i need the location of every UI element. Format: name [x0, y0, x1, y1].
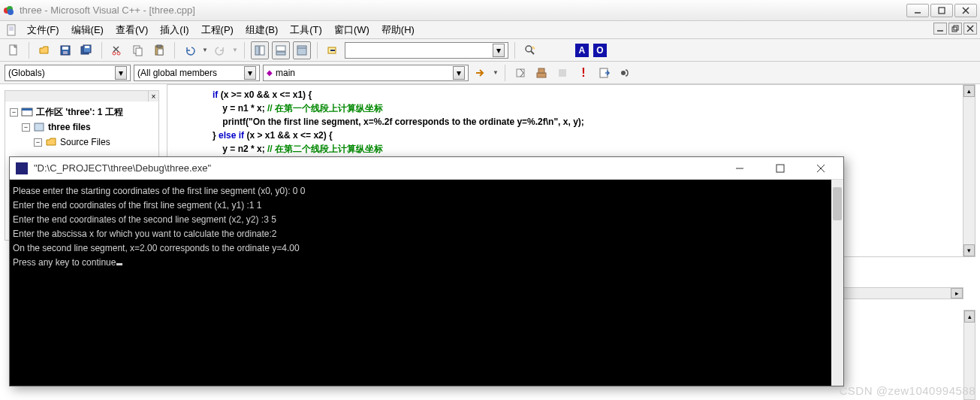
- separator: [101, 42, 102, 59]
- code-content[interactable]: if (x >= x0 && x <= x1) { y = n1 * x; //…: [167, 85, 975, 159]
- maximize-button[interactable]: [930, 4, 953, 17]
- execute-button[interactable]: !: [574, 64, 593, 82]
- mdi-minimize-button[interactable]: [933, 23, 947, 35]
- console-title: "D:\C_PROJECT\three\Debug\three.exe": [34, 162, 723, 174]
- menu-project[interactable]: 工程(P): [195, 22, 240, 38]
- function-combo[interactable]: ◆ main ▾: [263, 65, 469, 81]
- workspace-button[interactable]: [251, 41, 269, 59]
- scroll-down-icon[interactable]: ▾: [963, 244, 975, 256]
- menu-tools[interactable]: 工具(T): [284, 22, 328, 38]
- chevron-down-icon[interactable]: ▾: [493, 44, 505, 57]
- separator: [317, 42, 318, 59]
- search-combo[interactable]: ▾: [345, 42, 508, 59]
- separator: [505, 65, 505, 81]
- svg-rect-30: [157, 45, 161, 47]
- stop-build-button[interactable]: [553, 64, 571, 82]
- separator: [244, 42, 245, 59]
- globals-combo[interactable]: (Globals) ▾: [5, 65, 131, 81]
- toolbar-standard: ▼ ▼ ▾ A O: [0, 39, 980, 62]
- save-all-button[interactable]: [77, 41, 95, 59]
- tree-project[interactable]: − three files: [10, 120, 158, 135]
- chevron-down-icon[interactable]: ▾: [115, 66, 127, 80]
- menu-insert[interactable]: 插入(I): [154, 22, 194, 38]
- svg-point-40: [526, 46, 532, 52]
- app-icon: [3, 5, 15, 17]
- window-list-button[interactable]: [293, 41, 311, 59]
- svg-rect-13: [954, 26, 958, 30]
- tree-root-label: 工作区 'three': 1 工程: [36, 105, 123, 120]
- editor-vscrollbar[interactable]: ▴ ▾: [963, 85, 975, 256]
- goto-button[interactable]: [472, 64, 490, 82]
- menu-build[interactable]: 组建(B): [240, 22, 284, 38]
- client-area: × − 工作区 'three': 1 工程 − three files − So…: [0, 84, 980, 400]
- console-window: "D:\C_PROJECT\three\Debug\three.exe" Ple…: [9, 156, 844, 386]
- svg-rect-50: [35, 123, 44, 131]
- collapse-icon[interactable]: −: [34, 138, 42, 147]
- workspace-tree[interactable]: − 工作区 'three': 1 工程 − three files − Sour…: [5, 102, 158, 153]
- menu-file[interactable]: 文件(F): [21, 22, 65, 38]
- menu-help[interactable]: 帮助(H): [375, 22, 421, 38]
- members-combo-label: (All global members: [137, 68, 241, 78]
- menubar: 文件(F) 编辑(E) 查看(V) 插入(I) 工程(P) 组建(B) 工具(T…: [0, 21, 980, 39]
- build-button[interactable]: [532, 64, 550, 82]
- undo-button[interactable]: [181, 41, 199, 59]
- save-button[interactable]: [56, 41, 74, 59]
- svg-rect-44: [538, 68, 544, 73]
- scroll-up-icon[interactable]: ▴: [964, 311, 975, 323]
- console-close-button[interactable]: [804, 158, 837, 179]
- svg-rect-32: [255, 46, 259, 55]
- go-button[interactable]: [596, 64, 614, 82]
- tree-folder-source[interactable]: − Source Files: [10, 135, 158, 150]
- function-combo-label: main: [276, 68, 450, 78]
- svg-rect-18: [62, 47, 68, 50]
- members-combo[interactable]: (All global members ▾: [134, 65, 260, 81]
- find-in-files-button[interactable]: [521, 41, 539, 59]
- open-button[interactable]: [35, 41, 53, 59]
- redo-button[interactable]: [211, 41, 229, 59]
- svg-rect-36: [297, 46, 306, 55]
- svg-rect-4: [939, 8, 945, 14]
- scroll-right-icon[interactable]: ▸: [951, 288, 963, 298]
- svg-point-26: [117, 52, 120, 55]
- scroll-up-icon[interactable]: ▴: [963, 85, 975, 97]
- console-titlebar[interactable]: "D:\C_PROJECT\three\Debug\three.exe": [10, 157, 843, 180]
- svg-rect-28: [136, 48, 142, 56]
- find-button[interactable]: [324, 41, 342, 59]
- undo-dropdown-icon[interactable]: ▼: [202, 47, 208, 53]
- console-output[interactable]: Please enter the starting coordinates of…: [10, 180, 843, 386]
- scrollbar-thumb[interactable]: [833, 187, 842, 220]
- menu-edit[interactable]: 编辑(E): [65, 22, 110, 38]
- redo-dropdown-icon[interactable]: ▼: [232, 47, 238, 53]
- svg-rect-35: [276, 52, 285, 55]
- console-minimize-button[interactable]: [723, 158, 756, 179]
- output-button[interactable]: [272, 41, 290, 59]
- console-vscrollbar[interactable]: [831, 180, 843, 386]
- cut-button[interactable]: [108, 41, 126, 59]
- titlebar: three - Microsoft Visual C++ - [three.cp…: [0, 0, 980, 21]
- badge-a: A: [575, 44, 589, 57]
- document-icon: [6, 24, 18, 36]
- console-icon: [16, 162, 28, 174]
- close-button[interactable]: [954, 4, 977, 17]
- function-icon: ◆: [267, 68, 273, 77]
- breakpoint-button[interactable]: [617, 64, 635, 82]
- menu-window[interactable]: 窗口(W): [328, 22, 375, 38]
- mdi-restore-button[interactable]: [948, 23, 962, 35]
- workspace-close-button[interactable]: ×: [148, 91, 158, 102]
- minimize-button[interactable]: [906, 4, 929, 17]
- chevron-down-icon[interactable]: ▾: [453, 66, 465, 80]
- svg-rect-49: [22, 108, 32, 111]
- mdi-close-button[interactable]: [963, 23, 977, 35]
- chevron-down-icon[interactable]: ▾: [244, 66, 256, 80]
- console-maximize-button[interactable]: [764, 158, 797, 179]
- collapse-icon[interactable]: −: [22, 123, 30, 132]
- goto-dropdown-icon[interactable]: ▼: [493, 69, 499, 76]
- copy-button[interactable]: [129, 41, 147, 59]
- menu-view[interactable]: 查看(V): [110, 22, 154, 38]
- paste-button[interactable]: [150, 41, 168, 59]
- compile-button[interactable]: [511, 64, 529, 82]
- tree-workspace-root[interactable]: − 工作区 'three': 1 工程: [10, 105, 158, 120]
- collapse-icon[interactable]: −: [10, 108, 18, 117]
- svg-rect-31: [158, 49, 163, 55]
- new-file-button[interactable]: [5, 41, 23, 59]
